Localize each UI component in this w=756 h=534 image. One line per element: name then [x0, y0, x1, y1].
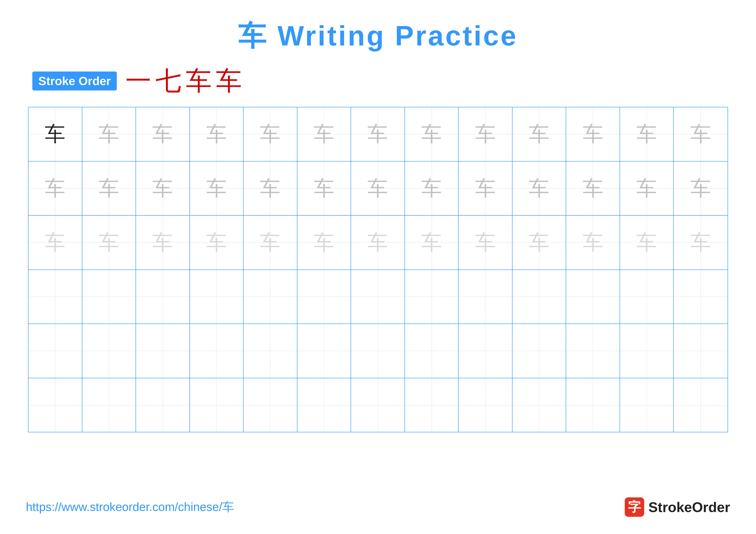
- footer-url[interactable]: https://www.strokeorder.com/chinese/车: [26, 499, 234, 515]
- grid-cell-0-2[interactable]: 车: [136, 107, 190, 161]
- grid-cell-1-0[interactable]: 车: [28, 162, 82, 216]
- cell-character: 车: [583, 124, 603, 144]
- grid-cell-4-11[interactable]: [620, 324, 674, 378]
- grid-cell-4-10[interactable]: [566, 324, 620, 378]
- grid-cell-5-0[interactable]: [28, 378, 82, 432]
- grid-cell-3-12[interactable]: [674, 270, 728, 324]
- cell-character: 车: [45, 124, 65, 144]
- grid-cell-4-2[interactable]: [136, 324, 190, 378]
- grid-cell-0-3[interactable]: 车: [190, 107, 244, 161]
- grid-cell-3-0[interactable]: [28, 270, 82, 324]
- stroke-sequence: 一 七 车 车: [125, 68, 242, 94]
- title-char: 车: [238, 20, 268, 51]
- grid-cell-2-0[interactable]: 车: [28, 216, 82, 269]
- grid-cell-2-3[interactable]: 车: [190, 216, 244, 269]
- grid-cell-5-3[interactable]: [190, 378, 244, 432]
- grid-cell-0-7[interactable]: 车: [405, 107, 459, 161]
- grid-cell-2-12[interactable]: 车: [674, 216, 728, 269]
- grid-cell-2-10[interactable]: 车: [566, 216, 620, 269]
- grid-cell-1-3[interactable]: 车: [190, 162, 244, 216]
- grid-cell-4-5[interactable]: [297, 324, 351, 378]
- grid-cell-2-1[interactable]: 车: [82, 216, 136, 269]
- grid-cell-5-8[interactable]: [459, 378, 512, 432]
- grid-cell-4-9[interactable]: [512, 324, 566, 378]
- grid-cell-2-9[interactable]: 车: [512, 216, 566, 269]
- grid-cell-5-12[interactable]: [674, 378, 728, 432]
- cell-character: 车: [583, 232, 603, 253]
- grid-cell-0-1[interactable]: 车: [82, 107, 136, 161]
- grid-cell-0-6[interactable]: 车: [351, 107, 405, 161]
- grid-cell-0-12[interactable]: 车: [674, 107, 728, 161]
- grid-cell-2-2[interactable]: 车: [136, 216, 190, 269]
- grid-cell-3-9[interactable]: [512, 270, 566, 324]
- grid-cell-3-10[interactable]: [566, 270, 620, 324]
- grid-cell-2-8[interactable]: 车: [459, 216, 512, 269]
- grid-cell-0-0[interactable]: 车: [28, 107, 82, 161]
- grid-cell-1-10[interactable]: 车: [566, 162, 620, 216]
- grid-cell-5-11[interactable]: [620, 378, 674, 432]
- grid-cell-1-7[interactable]: 车: [405, 162, 459, 216]
- grid-cell-0-10[interactable]: 车: [566, 107, 620, 161]
- cell-character: 车: [206, 124, 227, 144]
- grid-cell-5-5[interactable]: [297, 378, 351, 432]
- grid-cell-2-4[interactable]: 车: [244, 216, 297, 269]
- grid-cell-2-7[interactable]: 车: [405, 216, 459, 269]
- grid-cell-1-2[interactable]: 车: [136, 162, 190, 216]
- grid-cell-5-6[interactable]: [351, 378, 405, 432]
- cell-character: 车: [421, 232, 442, 253]
- cell-character: 车: [529, 178, 549, 199]
- grid-cell-3-4[interactable]: [244, 270, 297, 324]
- cell-character: 车: [636, 232, 657, 253]
- grid-cell-1-6[interactable]: 车: [351, 162, 405, 216]
- grid-cell-5-10[interactable]: [566, 378, 620, 432]
- grid-cell-0-11[interactable]: 车: [620, 107, 674, 161]
- grid-cell-1-11[interactable]: 车: [620, 162, 674, 216]
- cell-character: 车: [152, 178, 173, 199]
- grid-cell-4-1[interactable]: [82, 324, 136, 378]
- title-section: 车 Writing Practice: [26, 17, 730, 55]
- grid-cell-4-7[interactable]: [405, 324, 459, 378]
- grid-cell-0-5[interactable]: 车: [297, 107, 351, 161]
- grid-cell-5-7[interactable]: [405, 378, 459, 432]
- grid-cell-1-12[interactable]: 车: [674, 162, 728, 216]
- grid-cell-0-9[interactable]: 车: [512, 107, 566, 161]
- grid-cell-3-6[interactable]: [351, 270, 405, 324]
- grid-cell-4-4[interactable]: [244, 324, 297, 378]
- grid-cell-1-4[interactable]: 车: [244, 162, 297, 216]
- grid-cell-3-1[interactable]: [82, 270, 136, 324]
- grid-cell-2-6[interactable]: 车: [351, 216, 405, 269]
- grid-cell-1-1[interactable]: 车: [82, 162, 136, 216]
- grid-cell-3-2[interactable]: [136, 270, 190, 324]
- grid-cell-3-7[interactable]: [405, 270, 459, 324]
- cell-character: 车: [152, 124, 173, 144]
- cell-character: 车: [367, 178, 388, 199]
- grid-cell-0-4[interactable]: 车: [244, 107, 297, 161]
- grid-cell-5-9[interactable]: [512, 378, 566, 432]
- title-text: Writing Practice: [268, 20, 518, 51]
- grid-cell-4-0[interactable]: [28, 324, 82, 378]
- grid-cell-3-3[interactable]: [190, 270, 244, 324]
- grid-cell-1-5[interactable]: 车: [297, 162, 351, 216]
- grid-cell-4-6[interactable]: [351, 324, 405, 378]
- grid-cell-2-5[interactable]: 车: [297, 216, 351, 269]
- practice-grid: 车车车车车车车车车车车车车车车车车车车车车车车车车车车车车车车车车车车车车车车: [28, 107, 728, 432]
- grid-cell-0-8[interactable]: 车: [459, 107, 512, 161]
- grid-cell-4-3[interactable]: [190, 324, 244, 378]
- grid-cell-4-8[interactable]: [459, 324, 512, 378]
- grid-cell-1-8[interactable]: 车: [459, 162, 512, 216]
- stroke-4: 车: [216, 68, 242, 94]
- cell-character: 车: [260, 124, 281, 144]
- grid-cell-1-9[interactable]: 车: [512, 162, 566, 216]
- footer-logo-text: StrokeOrder: [648, 499, 730, 515]
- grid-cell-5-4[interactable]: [244, 378, 297, 432]
- grid-cell-5-1[interactable]: [82, 378, 136, 432]
- grid-cell-2-11[interactable]: 车: [620, 216, 674, 269]
- grid-row-4: [28, 324, 728, 378]
- grid-cell-5-2[interactable]: [136, 378, 190, 432]
- grid-cell-3-11[interactable]: [620, 270, 674, 324]
- cell-character: 车: [529, 124, 549, 144]
- grid-cell-3-8[interactable]: [459, 270, 512, 324]
- grid-cell-3-5[interactable]: [297, 270, 351, 324]
- grid-cell-4-12[interactable]: [674, 324, 728, 378]
- footer: https://www.strokeorder.com/chinese/车 字 …: [26, 497, 730, 517]
